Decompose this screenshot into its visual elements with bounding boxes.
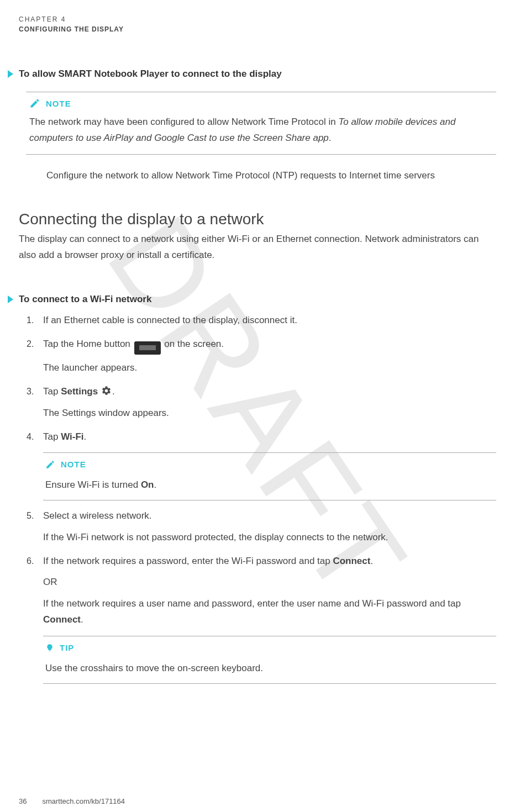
note-label: NOTE (61, 457, 86, 472)
step-item: Tap Settings . The Settings window appea… (27, 384, 496, 421)
note-body: Ensure Wi-Fi is turned On. (45, 477, 494, 493)
step-text-bold: Wi-Fi (61, 431, 83, 442)
step-text-followup: If the Wi-Fi network is not password pro… (43, 530, 496, 546)
procedure-heading-text: To allow SMART Notebook Player to connec… (19, 68, 282, 80)
procedure-heading: To connect to a Wi-Fi network (8, 294, 496, 305)
step-item: Select a wireless network. If the Wi-Fi … (27, 508, 496, 546)
step-result: The Settings window appears. (43, 405, 496, 421)
section-title: Connecting the display to a network (19, 210, 496, 228)
pencil-icon (45, 460, 55, 470)
step-text-before: Tap the Home button (43, 339, 133, 349)
step-text-bold: Settings (61, 386, 98, 397)
arrow-right-icon (8, 70, 13, 78)
footer-url: smarttech.com/kb/171164 (42, 797, 125, 805)
note-text-after: . (329, 133, 332, 143)
step-text-bold: Connect (333, 556, 370, 566)
document-page: DRAFT CHAPTER 4 CONFIGURING THE DISPLAY … (0, 0, 515, 812)
step-text: If an Ethernet cable is connected to the… (43, 315, 297, 325)
note-body: The network may have been configured to … (29, 114, 493, 146)
procedure-heading: To allow SMART Notebook Player to connec… (8, 68, 496, 80)
section-lead: The display can connect to a network usi… (19, 231, 496, 263)
step-or: OR (43, 574, 496, 590)
page-footer: 36 smarttech.com/kb/171164 (19, 797, 125, 805)
gear-icon (101, 386, 112, 396)
page-number: 36 (19, 797, 27, 805)
step-text-after: . (84, 431, 87, 442)
step-text-space (98, 386, 101, 397)
step-item: Tap Wi-Fi. NOTE Ensure Wi-Fi is turned O… (27, 429, 496, 500)
tip-label: TIP (60, 641, 74, 655)
ordered-steps: If an Ethernet cable is connected to the… (27, 313, 496, 683)
note-callout: NOTE The network may have been configure… (26, 92, 496, 155)
step-text-before: Tap (43, 386, 61, 397)
step-item: If an Ethernet cable is connected to the… (27, 313, 496, 329)
procedure-heading-text: To connect to a Wi-Fi network (19, 294, 151, 305)
step-text: Select a wireless network. (43, 510, 152, 521)
home-button-icon (134, 341, 161, 355)
arrow-right-icon (8, 296, 13, 303)
tip-callout: TIP Use the crosshairs to move the on-sc… (43, 636, 496, 683)
procedure-line: Configure the network to allow Network T… (46, 168, 496, 184)
note-text-before: The network may have been configured to … (29, 117, 338, 127)
note-callout: NOTE Ensure Wi-Fi is turned On. (43, 452, 496, 500)
step-text-before: If the network requires a password, ente… (43, 556, 333, 566)
note-label: NOTE (46, 99, 71, 108)
tip-body: Use the crosshairs to move the on-screen… (45, 661, 494, 677)
step-result: The launcher appears. (43, 360, 496, 376)
chapter-label: CHAPTER 4 (19, 15, 496, 23)
step-text-period: . (112, 386, 115, 397)
step-item: If the network requires a password, ente… (27, 553, 496, 684)
lightbulb-icon (45, 642, 54, 653)
step-alt: If the network requires a user name and … (43, 596, 496, 628)
step-text-after: on the screen. (164, 339, 224, 349)
step-text-after: . (370, 556, 373, 566)
pencil-icon (29, 98, 40, 109)
chapter-title: CONFIGURING THE DISPLAY (19, 25, 496, 33)
step-text-before: Tap (43, 431, 61, 442)
step-item: Tap the Home button on the screen. The l… (27, 336, 496, 376)
